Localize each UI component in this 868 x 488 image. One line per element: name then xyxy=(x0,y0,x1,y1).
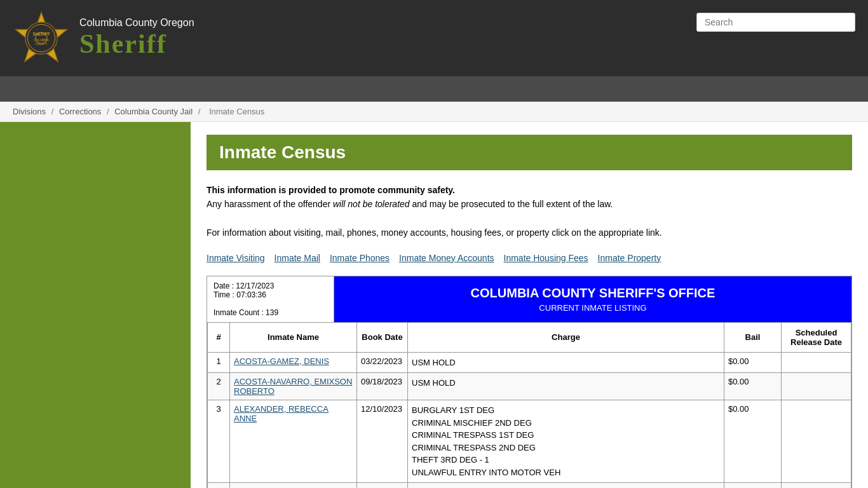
table-office-title: COLUMBIA COUNTY SHERIFF'S OFFICE xyxy=(471,286,715,301)
breadcrumb-divisions[interactable]: Divisions xyxy=(13,107,46,116)
info-italic: will not be tolerated xyxy=(333,199,410,209)
cell-book-date: 11/07/2023 xyxy=(357,483,408,488)
table-date: Date : 12/17/2023 xyxy=(214,281,327,290)
logo-area: SHERIFF COLUMBIA COUNTY Columbia County … xyxy=(13,10,194,67)
cell-num: 3 xyxy=(208,400,230,483)
table-meta: Date : 12/17/2023 Time : 07:03:36 Inmate… xyxy=(207,276,334,322)
table-row: 3 ALEXANDER, REBECCA ANNE 12/10/2023 BUR… xyxy=(208,400,851,483)
nav-bar xyxy=(0,76,868,102)
link-inmate-visiting[interactable]: Inmate Visiting xyxy=(207,253,265,263)
cell-name[interactable]: ALLEN, DANAL COLE WILLIAM xyxy=(230,483,357,488)
col-bail: Bail xyxy=(724,322,782,352)
table-title-area: COLUMBIA COUNTY SHERIFF'S OFFICE CURRENT… xyxy=(334,276,851,322)
info-text-suffix: and may be prosecuted to the full extent… xyxy=(410,199,613,209)
header-text: Columbia County Oregon Sheriff xyxy=(79,17,194,59)
breadcrumb-corrections[interactable]: Corrections xyxy=(59,107,101,116)
cell-num: 2 xyxy=(208,373,230,400)
table-row: 2 ACOSTA-NAVARRO, EMIXSON ROBERTO 09/18/… xyxy=(208,373,851,400)
page-title: Inmate Census xyxy=(219,142,839,163)
inmate-name-link[interactable]: ACOSTA-NAVARRO, EMIXSON ROBERTO xyxy=(234,377,352,396)
main-content: Inmate Census This information is provid… xyxy=(191,122,868,488)
svg-text:SHERIFF: SHERIFF xyxy=(33,32,50,36)
cell-num: 1 xyxy=(208,352,230,373)
inmate-table-container: Date : 12/17/2023 Time : 07:03:36 Inmate… xyxy=(207,276,852,488)
cell-bail: $0.00 xyxy=(724,400,782,483)
info-text-prefix: Any harassment of the offender xyxy=(207,199,333,209)
table-count: Inmate Count : 139 xyxy=(214,308,327,317)
col-num: # xyxy=(208,322,230,352)
breadcrumb-current: Inmate Census xyxy=(209,107,264,116)
link-inmate-money-accounts[interactable]: Inmate Money Accounts xyxy=(399,253,494,263)
cell-charge: USM HOLD xyxy=(408,373,724,400)
inmate-name-link[interactable]: ALEXANDER, REBECCA ANNE xyxy=(234,404,329,423)
cell-name[interactable]: ACOSTA-GAMEZ, DENIS xyxy=(230,352,357,373)
cell-book-date: 12/10/2023 xyxy=(357,400,408,483)
header-subtitle: Columbia County Oregon xyxy=(79,17,194,29)
cell-charge: ASSAULT 3RD DEGASSAULT 4TH DEG - 1DRIVE … xyxy=(408,483,724,488)
info-bold: This information is provided to promote … xyxy=(207,185,455,195)
link-inmate-housing-fees[interactable]: Inmate Housing Fees xyxy=(504,253,588,263)
cell-release xyxy=(782,483,851,488)
cell-charge: USM HOLD xyxy=(408,352,724,373)
col-book-date: Book Date xyxy=(357,322,408,352)
cell-book-date: 03/22/2023 xyxy=(357,352,408,373)
link-inmate-property[interactable]: Inmate Property xyxy=(598,253,661,263)
table-row: 4 ALLEN, DANAL COLE WILLIAM 11/07/2023 A… xyxy=(208,483,851,488)
inmate-table-body: 1 ACOSTA-GAMEZ, DENIS 03/22/2023 USM HOL… xyxy=(208,352,851,488)
page-layout: Inmate Census This information is provid… xyxy=(0,122,868,488)
cell-name[interactable]: ACOSTA-NAVARRO, EMIXSON ROBERTO xyxy=(230,373,357,400)
breadcrumb-jail[interactable]: Columbia County Jail xyxy=(114,107,193,116)
cell-bail: $0.00 xyxy=(724,373,782,400)
inmate-data-table: # Inmate Name Book Date Charge Bail Sche… xyxy=(207,322,851,488)
link-inmate-phones[interactable]: Inmate Phones xyxy=(330,253,390,263)
info-block: This information is provided to promote … xyxy=(207,183,852,240)
site-header: SHERIFF COLUMBIA COUNTY Columbia County … xyxy=(0,0,868,76)
cell-bail: $0.00 xyxy=(724,352,782,373)
cell-book-date: 09/18/2023 xyxy=(357,373,408,400)
sheriff-badge-icon: SHERIFF COLUMBIA COUNTY xyxy=(13,10,70,67)
cell-release xyxy=(782,400,851,483)
col-release: Scheduled Release Date xyxy=(782,322,851,352)
table-time: Time : 07:03:36 xyxy=(214,290,327,299)
search-input[interactable] xyxy=(696,13,855,32)
cell-bail: $25,000.00 xyxy=(724,483,782,488)
link-inmate-mail[interactable]: Inmate Mail xyxy=(275,253,320,263)
cell-release xyxy=(782,373,851,400)
col-charge: Charge xyxy=(408,322,724,352)
cell-charge: BURGLARY 1ST DEGCRIMINAL MISCHIEF 2ND DE… xyxy=(408,400,724,483)
page-title-bar: Inmate Census xyxy=(207,135,852,170)
table-row: 1 ACOSTA-GAMEZ, DENIS 03/22/2023 USM HOL… xyxy=(208,352,851,373)
inmate-name-link[interactable]: ACOSTA-GAMEZ, DENIS xyxy=(234,356,329,366)
cell-name[interactable]: ALEXANDER, REBECCA ANNE xyxy=(230,400,357,483)
info-links-text: For information about visiting, mail, ph… xyxy=(207,226,852,240)
cell-release xyxy=(782,352,851,373)
links-row: Inmate VisitingInmate MailInmate PhonesI… xyxy=(207,253,852,263)
header-title: Sheriff xyxy=(79,29,194,59)
cell-num: 4 xyxy=(208,483,230,488)
table-listing-subtitle: CURRENT INMATE LISTING xyxy=(539,303,646,313)
col-name: Inmate Name xyxy=(230,322,357,352)
breadcrumb: Divisions / Corrections / Columbia Count… xyxy=(0,102,868,122)
sidebar xyxy=(0,122,191,488)
table-header-row: Date : 12/17/2023 Time : 07:03:36 Inmate… xyxy=(207,276,851,322)
